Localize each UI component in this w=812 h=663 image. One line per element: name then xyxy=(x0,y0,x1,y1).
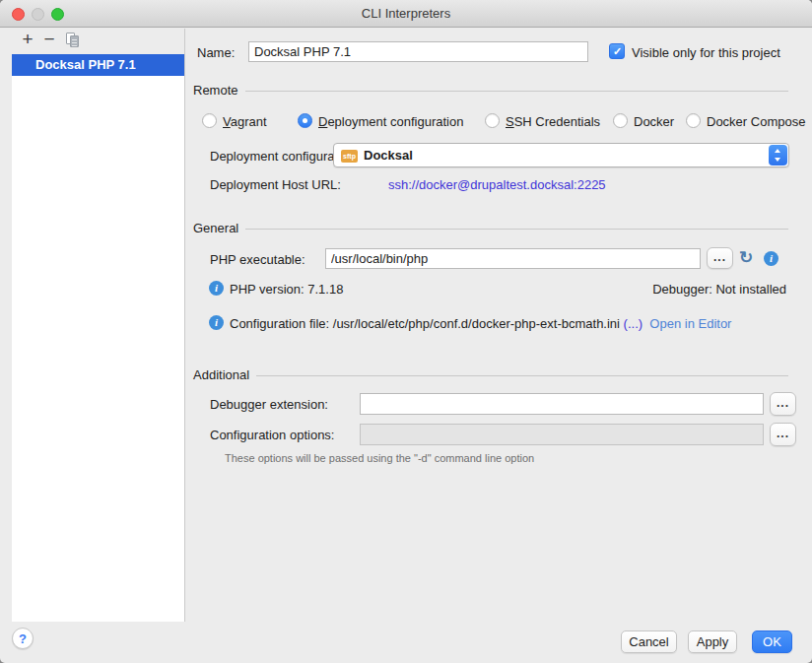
duplicate-interpreter-button[interactable] xyxy=(65,33,81,48)
radio-deployment-configuration[interactable] xyxy=(298,113,312,128)
php-executable-browse-button[interactable]: ... xyxy=(707,247,733,269)
info-icon xyxy=(209,281,224,296)
configuration-file-expand-link[interactable]: (...) xyxy=(624,316,643,331)
remote-section-header: Remote xyxy=(193,83,788,98)
visible-project-label: Visible only for this project xyxy=(632,45,780,60)
debugger-extension-input[interactable] xyxy=(360,393,764,415)
list-toolbar: + − xyxy=(12,29,184,54)
general-section-header: General xyxy=(193,221,788,235)
configuration-file-text: Configuration file: /usr/local/etc/php/c… xyxy=(230,316,620,331)
section-rule xyxy=(245,229,788,230)
php-executable-input[interactable] xyxy=(325,248,701,269)
debugger-status-text: Debugger: Not installed xyxy=(652,282,786,297)
info-icon xyxy=(209,315,224,330)
interpreter-list-panel: + − Docksal PHP 7.1 xyxy=(12,29,185,622)
reload-icon[interactable]: ↻ xyxy=(739,249,753,266)
cli-interpreters-dialog: CLI Interpreters + − Docksal PHP 7.1 Nam… xyxy=(0,0,812,663)
name-input[interactable] xyxy=(248,41,588,62)
section-rule xyxy=(256,375,788,376)
radio-docker-compose[interactable] xyxy=(686,113,701,128)
php-executable-label: PHP executable: xyxy=(210,252,305,267)
deployment-configuration-select[interactable]: sftp Docksal xyxy=(333,143,789,167)
section-rule xyxy=(245,91,788,92)
cancel-button[interactable]: Cancel xyxy=(621,630,677,653)
radio-deployment-configuration-label: Deployment configuration xyxy=(318,114,463,129)
dropdown-stepper-icon[interactable] xyxy=(769,145,787,166)
configuration-options-browse-button[interactable]: ... xyxy=(770,423,796,446)
configuration-options-label: Configuration options: xyxy=(210,428,334,442)
radio-docker-label: Docker xyxy=(634,114,674,129)
deployment-host-url-label: Deployment Host URL: xyxy=(210,177,341,192)
title-bar[interactable]: CLI Interpreters xyxy=(0,0,812,28)
debugger-extension-browse-button[interactable]: ... xyxy=(770,392,796,416)
ok-button[interactable]: OK xyxy=(752,630,792,653)
info-icon[interactable] xyxy=(764,251,778,266)
open-in-editor-link[interactable]: Open in Editor xyxy=(649,316,731,331)
radio-ssh-credentials[interactable] xyxy=(485,113,500,128)
window-title: CLI Interpreters xyxy=(0,0,812,28)
radio-docker[interactable] xyxy=(613,113,628,128)
radio-vagrant[interactable] xyxy=(202,113,217,128)
php-version-text: PHP version: 7.1.18 xyxy=(230,282,343,297)
configuration-file-row: Configuration file: /usr/local/etc/php/c… xyxy=(230,316,731,331)
radio-ssh-credentials-label: SSH Credentials xyxy=(506,114,600,129)
configuration-options-input[interactable] xyxy=(360,424,764,445)
visible-project-checkbox[interactable] xyxy=(609,43,625,59)
deployment-configuration-value: Docksal xyxy=(364,148,413,163)
remove-interpreter-button[interactable]: − xyxy=(39,29,59,52)
name-label: Name: xyxy=(197,45,235,60)
add-interpreter-button[interactable]: + xyxy=(18,29,37,52)
sftp-icon: sftp xyxy=(341,150,358,163)
general-section-label: General xyxy=(193,221,238,235)
apply-button[interactable]: Apply xyxy=(688,630,737,653)
debugger-extension-label: Debugger extension: xyxy=(210,397,328,412)
radio-vagrant-label: Vagrant xyxy=(223,114,267,129)
radio-docker-compose-label: Docker Compose xyxy=(707,114,805,129)
options-hint-text: These options will be passed using the "… xyxy=(225,452,534,464)
deployment-host-url-link[interactable]: ssh://docker@drupaltest.docksal:2225 xyxy=(388,177,606,192)
additional-section-label: Additional xyxy=(193,367,249,382)
help-button[interactable]: ? xyxy=(12,628,34,649)
additional-section-header: Additional xyxy=(193,367,788,382)
remote-section-label: Remote xyxy=(193,83,238,98)
list-item-docksal-php[interactable]: Docksal PHP 7.1 xyxy=(12,54,184,76)
